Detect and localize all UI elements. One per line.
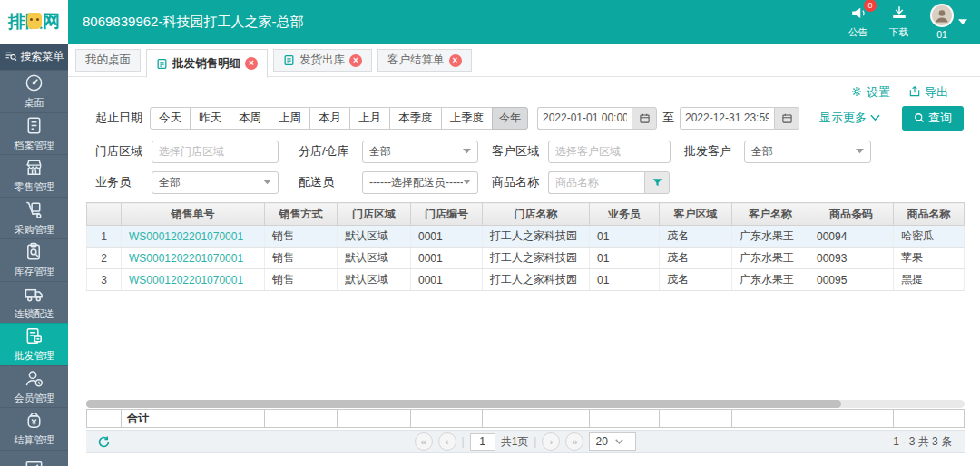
filter-row-2: 门店区域 分店/仓库 全部 客户区域 批发客户 全部 (95, 139, 965, 164)
dashboard-icon (24, 73, 44, 93)
horizontal-scrollbar-track[interactable] (86, 400, 965, 408)
cell-barcode: 00095 (809, 269, 894, 291)
notice-button[interactable]: 0 公告 (848, 5, 867, 39)
salesman-value: 全部 (159, 175, 263, 190)
sidebar-item-label: 会员管理 (15, 392, 54, 405)
cell-store-region: 默认区域 (338, 248, 411, 269)
close-tab-icon[interactable] (245, 57, 258, 70)
tab-shipment-outbound[interactable]: 发货出库 (273, 49, 372, 72)
last-page-button[interactable]: » (565, 432, 583, 451)
col-salesman[interactable]: 业务员 (590, 203, 660, 226)
order-no-link[interactable]: WS0001202201070001 (122, 269, 265, 291)
col-product-name[interactable]: 商品名称 (894, 203, 965, 226)
branch-label: 分店/仓库 (299, 143, 355, 160)
col-store-name[interactable]: 门店名称 (483, 203, 590, 226)
close-tab-icon[interactable] (349, 54, 362, 67)
col-customer-name[interactable]: 客户名称 (732, 203, 809, 226)
total-label: 合计 (122, 410, 265, 428)
end-date-field (680, 107, 799, 130)
salesman-select[interactable]: 全部 (152, 171, 279, 194)
quick-today-button[interactable]: 今天 (150, 107, 191, 130)
caret-down-icon (463, 180, 471, 185)
caret-down-icon (263, 180, 271, 185)
quick-this-month-button[interactable]: 本月 (309, 107, 350, 130)
tab-customer-settlement[interactable]: 客户结算单 (377, 49, 472, 72)
col-store-no[interactable]: 门店编号 (411, 203, 483, 226)
quick-this-year-button[interactable]: 今年 (492, 107, 528, 130)
calendar-icon[interactable] (774, 107, 799, 130)
store-region-label: 门店区域 (95, 143, 144, 160)
first-page-button[interactable]: « (415, 432, 433, 451)
total-cell (660, 410, 732, 428)
settings-button[interactable]: 设置 (850, 84, 890, 101)
cell-customer-region: 茂名 (660, 226, 732, 248)
cell-store-name: 打工人之家科技园 (483, 248, 590, 269)
start-date-input[interactable] (537, 107, 632, 130)
sidebar-item-retail[interactable]: 零售管理 (0, 154, 68, 197)
quick-last-week-button[interactable]: 上周 (270, 107, 310, 130)
table-row[interactable]: 1 WS0001202201070001 销售 默认区域 0001 打工人之家科… (87, 226, 965, 248)
document-icon (156, 58, 168, 70)
export-button[interactable]: 导出 (908, 84, 948, 101)
store-region-input[interactable] (152, 141, 279, 163)
caret-down-icon (615, 439, 623, 444)
order-no-link[interactable]: WS0001202201070001 (122, 248, 265, 269)
sidebar-item-label: 零售管理 (15, 180, 54, 194)
quick-this-quarter-button[interactable]: 本季度 (389, 107, 442, 130)
quick-yesterday-button[interactable]: 昨天 (190, 107, 230, 130)
table-row[interactable]: 2 WS0001202201070001 销售 默认区域 0001 打工人之家科… (87, 248, 965, 269)
sidebar-item-report[interactable] (0, 450, 68, 466)
col-sale-method[interactable]: 销售方式 (265, 203, 338, 226)
order-no-link[interactable]: WS0001202201070001 (122, 226, 265, 248)
col-order-no[interactable]: 销售单号 (122, 203, 265, 226)
col-customer-region[interactable]: 客户区域 (660, 203, 732, 226)
sidebar-item-member[interactable]: 会员管理 (0, 365, 68, 408)
sidebar-item-purchase[interactable]: 采购管理 (0, 197, 68, 239)
row-index: 1 (87, 226, 122, 248)
sidebar-item-label: 桌面 (24, 96, 44, 110)
sidebar-item-inventory[interactable]: 库存管理 (0, 238, 68, 281)
app-logo[interactable]: 排队网 (0, 0, 68, 44)
search-icon (914, 112, 925, 123)
sidebar-item-archives[interactable]: 档案管理 (0, 112, 68, 155)
caret-down-icon (958, 13, 967, 29)
cell-store-no: 0001 (411, 248, 483, 269)
quick-last-month-button[interactable]: 上月 (349, 107, 390, 130)
show-more-button[interactable]: 显示更多 (819, 110, 880, 126)
horizontal-scrollbar-thumb[interactable] (86, 400, 841, 408)
wholesale-customer-select[interactable]: 全部 (744, 141, 871, 163)
col-barcode[interactable]: 商品条码 (809, 203, 894, 226)
end-date-input[interactable] (680, 107, 774, 130)
product-name-input[interactable] (548, 171, 644, 194)
download-button[interactable]: 下载 (889, 5, 908, 39)
deliveryman-select[interactable]: ------选择配送员------ (362, 171, 478, 194)
tab-my-desktop[interactable]: 我的桌面 (75, 49, 141, 72)
col-index[interactable] (87, 203, 122, 226)
filter-row-3: 业务员 全部 配送员 ------选择配送员------ 商品名称 (95, 170, 965, 195)
cell-product: 黑提 (894, 269, 965, 291)
tab-wholesale-sales-detail[interactable]: 批发销售明细 (146, 49, 268, 78)
table-row[interactable]: 3 WS0001202201070001 销售 默认区域 0001 打工人之家科… (87, 269, 965, 291)
user-menu[interactable]: 01 (930, 4, 967, 40)
sidebar-search-menu[interactable]: 搜索菜单 (0, 44, 68, 70)
query-button[interactable]: 查询 (902, 106, 964, 131)
tab-label: 我的桌面 (85, 53, 131, 68)
page-number-input[interactable] (470, 433, 495, 451)
col-store-region[interactable]: 门店区域 (338, 203, 411, 226)
total-row: 合计 (87, 410, 965, 428)
sidebar-item-chain-delivery[interactable]: 连锁配送 (0, 281, 68, 324)
prev-page-button[interactable]: ‹ (438, 432, 456, 451)
calendar-icon[interactable] (632, 107, 657, 130)
branch-select[interactable]: 全部 (362, 141, 478, 163)
page-size-select[interactable]: 20 (589, 432, 636, 451)
funnel-filter-button[interactable] (644, 171, 670, 194)
sidebar-item-settlement[interactable]: 结算管理 (0, 407, 68, 450)
close-tab-icon[interactable] (449, 54, 462, 67)
sidebar-item-wholesale[interactable]: 批发管理 (0, 323, 68, 365)
customer-region-input[interactable] (548, 141, 671, 163)
quick-last-quarter-button[interactable]: 上季度 (441, 107, 494, 130)
next-page-button[interactable]: › (542, 432, 560, 451)
table-header-row: 销售单号 销售方式 门店区域 门店编号 门店名称 业务员 客户区域 客户名称 商… (87, 203, 965, 226)
sidebar-item-desktop[interactable]: 桌面 (0, 70, 68, 112)
quick-this-week-button[interactable]: 本周 (230, 107, 270, 130)
